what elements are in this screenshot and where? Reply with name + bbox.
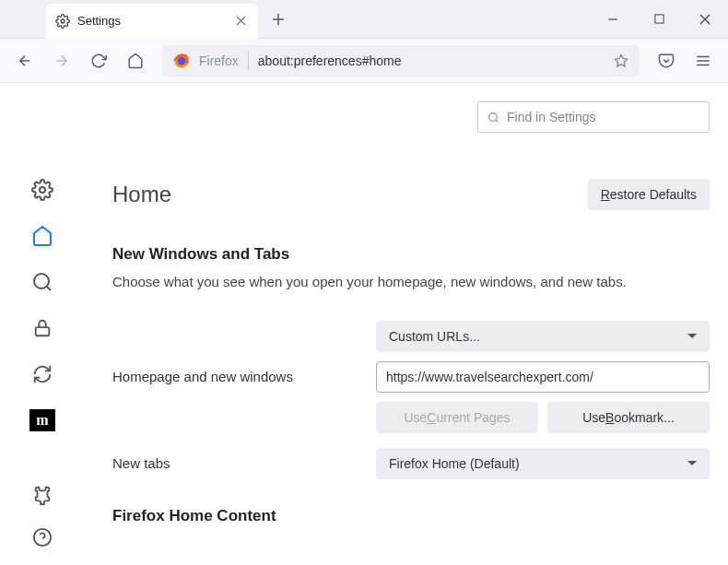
url-bar[interactable]: Firefox about:preferences#home [162, 45, 640, 77]
browser-tab[interactable]: Settings [46, 4, 258, 39]
search-placeholder: Find in Settings [507, 110, 596, 124]
url-text: about:preferences#home [258, 53, 614, 68]
search-icon [487, 112, 499, 124]
titlebar: Settings [0, 0, 728, 39]
menu-button[interactable] [687, 45, 719, 77]
main-pane: Find in Settings Home RRestore Defaultse… [85, 83, 728, 565]
sidebar-item-extensions[interactable] [31, 484, 53, 506]
section-new-windows-title: New Windows and Tabs [112, 245, 710, 264]
svg-marker-4 [615, 54, 627, 66]
svg-point-0 [61, 19, 65, 23]
sidebar: m [0, 83, 85, 565]
newtabs-label: New tabs [112, 455, 170, 471]
reload-button[interactable] [83, 45, 114, 77]
svg-point-6 [34, 274, 49, 288]
use-bookmark-button[interactable]: Use Bookmark... [547, 402, 710, 433]
sidebar-item-more[interactable]: m [29, 409, 55, 431]
newtabs-select[interactable]: Firefox Home (Default) [376, 448, 710, 479]
forward-button[interactable] [46, 45, 77, 77]
settings-search-input[interactable]: Find in Settings [477, 101, 710, 133]
firefox-icon [173, 53, 190, 69]
page-title: Home [112, 182, 171, 207]
svg-point-3 [178, 56, 186, 65]
url-context: Firefox [199, 53, 239, 68]
restore-defaults-button[interactable]: RRestore Defaultsestore Defaults [588, 179, 710, 210]
sidebar-item-help[interactable] [31, 526, 53, 548]
svg-point-5 [40, 187, 45, 193]
sidebar-item-home[interactable] [31, 225, 53, 247]
pocket-button[interactable] [651, 45, 682, 77]
back-button[interactable] [9, 45, 41, 77]
window-controls [590, 0, 728, 39]
maximize-button[interactable] [636, 0, 682, 39]
svg-rect-7 [36, 327, 50, 335]
minimize-button[interactable] [590, 0, 636, 39]
sidebar-item-sync[interactable] [31, 363, 53, 385]
svg-rect-1 [654, 15, 663, 23]
bookmark-star-icon[interactable] [614, 53, 628, 68]
tab-title: Settings [77, 14, 232, 28]
home-button[interactable] [120, 45, 151, 77]
url-separator [248, 51, 249, 71]
section-description: Choose what you see when you open your h… [112, 273, 710, 291]
content-area: m Find in Settings Home RRestore Default… [0, 83, 728, 565]
sidebar-item-privacy[interactable] [31, 317, 53, 339]
homepage-label: Homepage and new windows [112, 369, 293, 384]
gear-icon [55, 14, 70, 29]
homepage-mode-select[interactable]: Custom URLs... [376, 321, 710, 352]
nav-toolbar: Firefox about:preferences#home [0, 39, 728, 83]
sidebar-item-general[interactable] [31, 179, 53, 201]
svg-point-9 [489, 112, 498, 121]
tab-close-button[interactable] [232, 13, 249, 29]
close-window-button[interactable] [682, 0, 728, 39]
section-firefox-home-content: Firefox Home Content [112, 507, 710, 525]
sidebar-item-search[interactable] [31, 271, 53, 293]
use-current-pages-button[interactable]: Use Current Pages [376, 402, 538, 433]
homepage-url-input[interactable]: https://www.travelsearchexpert.com/ [376, 361, 710, 393]
new-tab-button[interactable] [265, 6, 291, 32]
